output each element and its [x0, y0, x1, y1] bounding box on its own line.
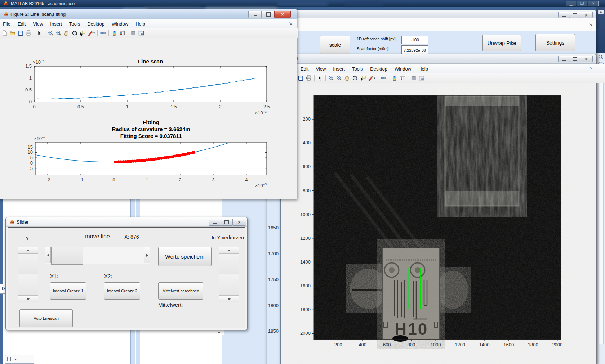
figure2-menu-insert[interactable]: Insert: [46, 20, 66, 28]
zoom-out-icon[interactable]: [55, 30, 63, 37]
in-y-slider-down-button[interactable]: [219, 296, 239, 302]
sidebar-collapse-button[interactable]: [598, 10, 604, 14]
d-menu-insert[interactable]: Insert: [329, 65, 348, 73]
zoom-in-icon[interactable]: [47, 30, 55, 37]
figure2-menu-desktop[interactable]: Desktop: [84, 20, 108, 28]
dock-arrow-icon[interactable]: ↘: [289, 21, 292, 26]
in-y-slider-segment[interactable]: [219, 275, 239, 296]
print-icon[interactable]: [305, 75, 313, 82]
unwrap-pike-button[interactable]: Unwrap Pike: [482, 35, 521, 51]
figure2-menu-help[interactable]: Help: [132, 20, 149, 28]
figure2-menu-file[interactable]: File: [0, 20, 14, 28]
d-minimize-button[interactable]: [558, 56, 570, 62]
mittelwert-berechnen-button[interactable]: Mittelwert berechnen: [158, 282, 203, 300]
speckle-image-plot[interactable]: H10 200400600800100012001400160018002000…: [281, 83, 596, 364]
slider-close-button[interactable]: ×: [232, 219, 246, 226]
d-menu-edit[interactable]: Edit: [297, 65, 312, 73]
slider-maximize-button[interactable]: [221, 219, 233, 226]
main-minimize-button[interactable]: ▁: [566, 1, 576, 6]
slider-left-arrow-button[interactable]: [45, 247, 51, 263]
svg-text:2: 2: [179, 177, 181, 183]
y-slider-segment[interactable]: [18, 253, 38, 274]
in-y-slider-segment[interactable]: [219, 253, 239, 274]
new-document-icon[interactable]: [1, 30, 9, 37]
figure2-menu-window[interactable]: Window: [108, 20, 132, 28]
dropdown-caret-icon[interactable]: ▾: [374, 76, 375, 80]
werte-speichern-button[interactable]: Werte speichern: [158, 247, 212, 266]
figure2-close-button[interactable]: ×: [274, 11, 291, 18]
interval-grenze-1-button[interactable]: Interval Grenze 1: [50, 282, 86, 300]
toolbar-separator: [378, 75, 378, 81]
main-close-button[interactable]: ✕: [588, 1, 599, 6]
insert-colorbar-icon[interactable]: [391, 75, 399, 82]
move-line-slider[interactable]: [45, 247, 150, 264]
pan-hand-icon[interactable]: [343, 75, 351, 82]
auto-linescan-button[interactable]: Auto Linescan: [19, 309, 73, 327]
zoom-in-icon[interactable]: [327, 75, 335, 82]
scalefactor-field[interactable]: 7.22892e-06: [401, 45, 428, 55]
arrow-cursor-icon[interactable]: [36, 30, 44, 37]
d-menu-view[interactable]: View: [312, 65, 329, 73]
d-maximize-button[interactable]: [569, 56, 580, 62]
toolbar-separator: [128, 30, 128, 36]
main-maximize-button[interactable]: ❐: [577, 1, 587, 6]
y-slider-segment[interactable]: [18, 275, 38, 296]
scale-button[interactable]: scale: [320, 36, 350, 54]
interval-grenze-2-button[interactable]: Interval Grenze 2: [104, 282, 140, 300]
rotate-3d-icon[interactable]: [351, 75, 359, 82]
dock-window-icon[interactable]: [418, 75, 426, 82]
figure2-menu-tools[interactable]: Tools: [66, 20, 84, 28]
dock-arrow-icon[interactable]: ↘: [589, 66, 593, 71]
settings-button[interactable]: Settings: [535, 34, 575, 51]
figure2-minimize-button[interactable]: [248, 11, 262, 18]
zoom-out-icon[interactable]: [335, 75, 343, 82]
slider-minimize-button[interactable]: [209, 219, 221, 226]
insert-legend-icon[interactable]: [399, 75, 406, 82]
gui-close-button[interactable]: ×: [580, 12, 593, 18]
save-icon[interactable]: [17, 30, 25, 37]
dock-arrow-icon[interactable]: ↘: [589, 22, 592, 27]
dock-small-icon[interactable]: [129, 30, 137, 37]
window-grip[interactable]: [5, 355, 34, 364]
matlab-logo-icon: [3, 1, 8, 6]
in-y-slider-up-button[interactable]: [219, 247, 239, 253]
y-slider-down-button[interactable]: [18, 296, 38, 302]
open-folder-icon[interactable]: [9, 30, 17, 37]
save-icon[interactable]: [297, 75, 305, 82]
background-dropdown[interactable]: [214, 330, 224, 335]
link-plots-icon[interactable]: [99, 30, 107, 37]
svg-text:1200: 1200: [300, 235, 311, 241]
figure2-menu-view[interactable]: View: [29, 20, 46, 28]
sidebar-scrollbar[interactable]: [599, 70, 604, 344]
in-y-slider[interactable]: [219, 247, 239, 302]
d-close-button[interactable]: ×: [580, 56, 593, 62]
link-plots-icon[interactable]: [379, 75, 387, 82]
gui-maximize-button[interactable]: [569, 12, 580, 18]
dock-small-icon[interactable]: [410, 75, 418, 82]
search-icon[interactable]: [597, 54, 604, 60]
dropdown-caret-icon[interactable]: ▾: [93, 31, 95, 35]
rotate-3d-icon[interactable]: [71, 30, 79, 37]
insert-colorbar-icon[interactable]: [110, 30, 118, 37]
slider-thumb[interactable]: [51, 247, 83, 265]
slider-right-arrow-button[interactable]: [144, 247, 150, 263]
d-menu-desktop[interactable]: Desktop: [366, 65, 391, 73]
pan-hand-icon[interactable]: [63, 30, 71, 37]
figure2-menu-edit[interactable]: Edit: [14, 20, 29, 28]
d-menu-help[interactable]: Help: [415, 65, 432, 73]
y-slider-up-button[interactable]: [18, 247, 38, 253]
data-cursor-icon[interactable]: [79, 30, 86, 37]
y-slider[interactable]: [18, 247, 38, 302]
data-cursor-icon[interactable]: [359, 75, 367, 82]
ref-shift-field[interactable]: -100: [401, 36, 428, 44]
d-menu-tools[interactable]: Tools: [348, 65, 366, 73]
gui-minimize-button[interactable]: [558, 12, 570, 18]
svg-text:400: 400: [303, 140, 311, 145]
arrow-cursor-icon[interactable]: [316, 75, 324, 82]
dock-window-icon[interactable]: [137, 30, 145, 37]
insert-legend-icon[interactable]: [118, 30, 126, 37]
slider-window: Slider × Y move line X: 876 In Y verkürz…: [5, 217, 248, 330]
print-icon[interactable]: [25, 30, 32, 37]
figure2-maximize-button[interactable]: [261, 11, 275, 18]
d-menu-window[interactable]: Window: [391, 65, 415, 73]
